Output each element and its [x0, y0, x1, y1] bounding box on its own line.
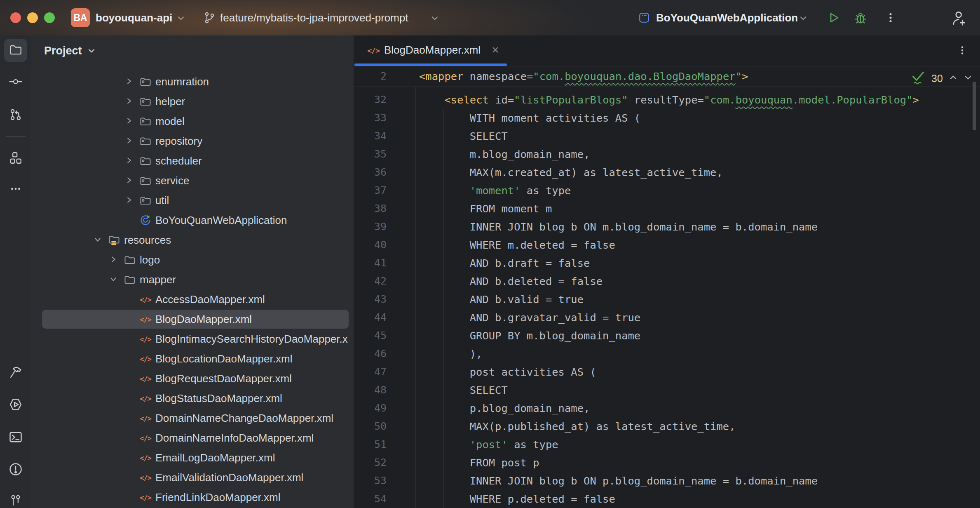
line-number: 44 — [354, 308, 387, 327]
chevron-down-icon[interactable] — [109, 275, 117, 285]
tree-item[interactable]: scheduler — [31, 151, 354, 171]
strip-button-structure[interactable] — [4, 147, 27, 170]
code-text: 'moment' as type — [470, 181, 571, 200]
code-line[interactable]: 52FROM post p — [354, 454, 980, 472]
project-badge[interactable]: BA — [71, 8, 90, 27]
chevron-right-icon[interactable] — [109, 255, 117, 265]
code-line[interactable]: 45GROUP BY m.blog_domain_name — [354, 327, 980, 345]
code-line[interactable]: 34SELECT — [354, 127, 980, 145]
code-line[interactable]: 53INNER JOIN blog b ON p.blog_domain_nam… — [354, 472, 980, 490]
strip-button-terminal[interactable] — [4, 426, 27, 449]
tree-item[interactable]: service — [31, 171, 354, 190]
scrollbar-thumb[interactable] — [973, 82, 976, 130]
window-zoom-button[interactable] — [44, 12, 55, 23]
inspection-widget[interactable]: 30 — [911, 70, 973, 87]
code-line[interactable]: 39INNER JOIN blog b ON m.blog_domain_nam… — [354, 218, 980, 236]
project-name-widget[interactable]: boyouquan-api — [96, 0, 172, 35]
sticky-line[interactable]: 2<mapper namespace="com.boyouquan.dao.Bl… — [354, 66, 980, 87]
code-line[interactable]: 50MAX(p.published_at) as latest_active_t… — [354, 417, 980, 435]
tree-item[interactable]: model — [31, 111, 354, 131]
tree-item[interactable]: helper — [31, 92, 354, 111]
project-panel-title[interactable]: Project — [44, 35, 96, 66]
tree-item[interactable]: enumration — [31, 72, 354, 92]
tree-item-label: EmailValidationDaoMapper.xml — [155, 468, 303, 487]
run-config-widget[interactable]: BoYouQuanWebApplication — [656, 0, 798, 35]
code-line[interactable]: 44AND b.gravatar_valid = true — [354, 308, 980, 327]
branch-widget[interactable]: feature/mybatis-to-jpa-improved-prompt — [220, 0, 408, 35]
strip-button-problems[interactable] — [4, 459, 27, 482]
code-line[interactable]: 46), — [354, 345, 980, 363]
chevron-right-icon[interactable] — [125, 156, 133, 166]
chevron-right-icon[interactable] — [125, 176, 133, 186]
tree-item[interactable]: </>BlogStatusDaoMapper.xml — [31, 388, 354, 408]
tree-item[interactable]: </>DomainNameInfoDaoMapper.xml — [31, 428, 354, 448]
tree-item[interactable]: </>EmailLogDaoMapper.xml — [31, 448, 354, 468]
window-minimize-button[interactable] — [27, 12, 38, 23]
code-viewport[interactable]: 32<select id="listPopularBlogs" resultTy… — [354, 87, 980, 508]
strip-button-build[interactable] — [4, 362, 27, 385]
chevron-right-icon[interactable] — [125, 196, 133, 206]
chevron-right-icon[interactable] — [125, 117, 133, 127]
strip-button-pull-requests[interactable] — [4, 104, 27, 127]
prev-problem-icon[interactable] — [949, 73, 958, 84]
tab-blogdaomapper[interactable]: </> BlogDaoMapper.xml — [354, 35, 507, 66]
strip-button-services[interactable] — [4, 489, 27, 508]
code-line[interactable]: 51'post' as type — [354, 435, 980, 454]
chevron-right-icon[interactable] — [125, 97, 133, 107]
code-line[interactable]: 49p.blog_domain_name, — [354, 399, 980, 417]
tree-item[interactable]: </>BlogRequestDaoMapper.xml — [31, 369, 354, 388]
tree-item[interactable]: </>EmailValidationDaoMapper.xml — [31, 468, 354, 487]
tree-item[interactable]: </>FriendLinkDaoMapper.xml — [31, 487, 354, 507]
svg-text:</>: </> — [140, 375, 151, 383]
tree-item-label: BlogDaoMapper.xml — [155, 309, 252, 329]
line-number: 43 — [354, 290, 387, 308]
tree-item[interactable]: </>BlogDaoMapper.xml — [31, 309, 354, 329]
tree-item-label: FriendLinkDaoMapper.xml — [155, 487, 280, 507]
editor-area[interactable]: </> BlogDaoMapper.xml 2<mapper namespace… — [354, 35, 980, 508]
chevron-down-icon[interactable] — [176, 14, 185, 24]
code-line[interactable]: 40WHERE m.deleted = false — [354, 236, 980, 254]
tree-item[interactable]: util — [31, 190, 354, 210]
code-line[interactable]: 54WHERE p.deleted = false — [354, 490, 980, 508]
code-line[interactable]: 48SELECT — [354, 381, 980, 399]
code-line[interactable]: 36MAX(m.created_at) as latest_active_tim… — [354, 163, 980, 181]
build-icon — [8, 365, 23, 381]
chevron-right-icon[interactable] — [125, 136, 133, 146]
code-line[interactable]: 47post_activities AS ( — [354, 363, 980, 381]
code-line[interactable]: 35m.blog_domain_name, — [354, 145, 980, 163]
next-problem-icon[interactable] — [964, 73, 973, 84]
code-line[interactable]: 43AND b.valid = true — [354, 290, 980, 308]
tree-item[interactable]: logo — [31, 250, 354, 270]
strip-button-commit[interactable] — [4, 71, 27, 94]
code-line[interactable]: 33WITH moment_activities AS ( — [354, 109, 980, 127]
tree-item[interactable]: BoYouQuanWebApplication — [31, 210, 354, 230]
code-line[interactable]: 38FROM moment m — [354, 200, 980, 218]
code-line[interactable]: 37'moment' as type — [354, 181, 980, 200]
run-button[interactable] — [827, 11, 841, 26]
code-line[interactable]: 42AND b.deleted = false — [354, 272, 980, 290]
strip-button-project-folder[interactable] — [4, 39, 27, 62]
tree-item[interactable]: mapper — [31, 270, 354, 289]
kebab-menu-icon[interactable] — [884, 11, 898, 26]
code-line[interactable]: 32<select id="listPopularBlogs" resultTy… — [354, 91, 980, 109]
code-line[interactable]: 41AND b.draft = false — [354, 254, 980, 272]
line-number: 2 — [354, 67, 387, 85]
chevron-right-icon[interactable] — [125, 77, 133, 87]
sticky-code-line[interactable]: 2<mapper namespace="com.boyouquan.dao.Bl… — [354, 67, 980, 85]
chevron-down-icon[interactable] — [430, 14, 439, 24]
debug-button[interactable] — [853, 10, 868, 27]
tree-item[interactable]: </>BlogLocationDaoMapper.xml — [31, 349, 354, 369]
tree-item[interactable]: resources — [31, 230, 354, 250]
tree-item[interactable]: </>AccessDaoMapper.xml — [31, 289, 354, 309]
window-close-button[interactable] — [10, 12, 21, 23]
chevron-down-icon[interactable] — [799, 14, 808, 24]
add-user-icon[interactable] — [950, 9, 967, 28]
strip-button-more[interactable] — [4, 178, 27, 201]
strip-button-run[interactable] — [4, 394, 27, 417]
kebab-menu-icon[interactable] — [956, 44, 968, 58]
tree-item[interactable]: repository — [31, 131, 354, 151]
tree-item[interactable]: </>BlogIntimacySearchHistoryDaoMapper.x — [31, 329, 354, 349]
tree-item[interactable]: </>DomainNameChangeDaoMapper.xml — [31, 408, 354, 428]
close-icon[interactable] — [490, 45, 500, 56]
chevron-down-icon[interactable] — [94, 235, 102, 245]
